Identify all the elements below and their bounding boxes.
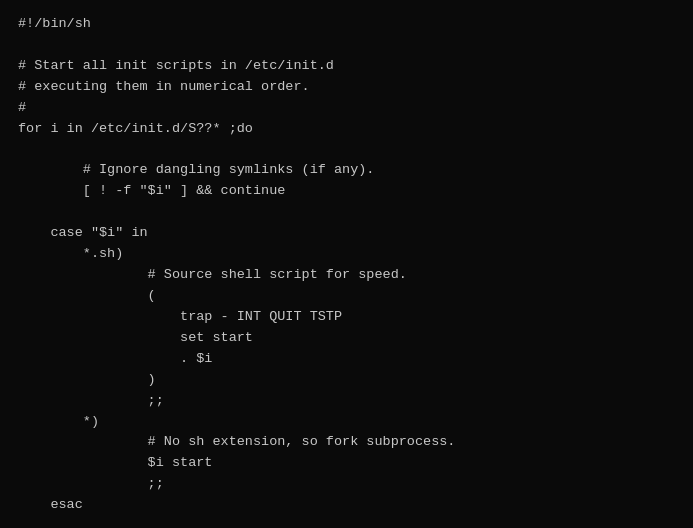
- code-line: (: [18, 286, 675, 307]
- code-line: [ ! -f "$i" ] && continue: [18, 181, 675, 202]
- code-line: [18, 516, 675, 528]
- code-line: # No sh extension, so fork subprocess.: [18, 432, 675, 453]
- code-line: ;;: [18, 474, 675, 495]
- code-line: $i start: [18, 453, 675, 474]
- code-line: # executing them in numerical order.: [18, 77, 675, 98]
- code-line: # Source shell script for speed.: [18, 265, 675, 286]
- code-line: [18, 140, 675, 161]
- terminal-window: #!/bin/sh # Start all init scripts in /e…: [0, 0, 693, 528]
- code-line: ;;: [18, 391, 675, 412]
- code-line: # Ignore dangling symlinks (if any).: [18, 160, 675, 181]
- code-line: *): [18, 412, 675, 433]
- code-line: case "$i" in: [18, 223, 675, 244]
- code-line: . $i: [18, 349, 675, 370]
- code-line: *.sh): [18, 244, 675, 265]
- code-line: [18, 35, 675, 56]
- code-line: trap - INT QUIT TSTP: [18, 307, 675, 328]
- code-line: #!/bin/sh: [18, 14, 675, 35]
- code-line: #: [18, 98, 675, 119]
- code-line: # Start all init scripts in /etc/init.d: [18, 56, 675, 77]
- code-line: esac: [18, 495, 675, 516]
- code-line: [18, 202, 675, 223]
- code-line: for i in /etc/init.d/S??* ;do: [18, 119, 675, 140]
- code-line: ): [18, 370, 675, 391]
- code-line: set start: [18, 328, 675, 349]
